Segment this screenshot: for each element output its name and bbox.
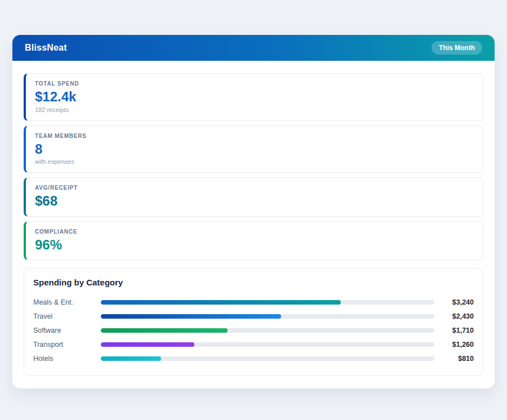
- category-rows: Meals & Ent. $3,240 Travel $2,430 Softwa…: [33, 295, 474, 365]
- stat-label: AVG/RECEIPT: [35, 185, 474, 191]
- category-bar-track: [101, 314, 434, 319]
- section-title: Spending by Category: [33, 278, 474, 287]
- stat-card: AVG/RECEIPT $68: [24, 177, 483, 217]
- category-bar-fill: [101, 300, 341, 305]
- dashboard-card: BlissNeat This Month TOTAL SPEND $12.4k …: [12, 35, 495, 388]
- period-badge[interactable]: This Month: [432, 41, 482, 55]
- category-row: Meals & Ent. $3,240: [33, 295, 474, 309]
- category-label: Software: [33, 327, 101, 334]
- category-row: Software $1,710: [33, 323, 474, 337]
- category-bar-track: [101, 342, 434, 347]
- stat-label: COMPLIANCE: [35, 229, 474, 235]
- stat-subtext: with expenses: [35, 158, 474, 165]
- category-row: Travel $2,430: [33, 309, 474, 323]
- category-bar-fill: [101, 328, 228, 333]
- category-bar-fill: [101, 342, 194, 347]
- app-header: BlissNeat This Month: [12, 35, 495, 61]
- category-bar-track: [101, 300, 434, 305]
- content-area: TOTAL SPEND $12.4k 182 receipts TEAM MEM…: [12, 61, 495, 388]
- stats-list: TOTAL SPEND $12.4k 182 receipts TEAM MEM…: [24, 73, 483, 260]
- category-label: Travel: [33, 312, 101, 320]
- category-bar-track: [101, 328, 434, 333]
- category-bar-fill: [101, 314, 281, 319]
- stat-label: TOTAL SPEND: [35, 81, 474, 87]
- category-bar-track: [101, 356, 434, 361]
- app-title: BlissNeat: [25, 43, 67, 53]
- stat-value: $68: [35, 193, 474, 209]
- category-value: $2,430: [434, 312, 474, 320]
- spending-section: Spending by Category Meals & Ent. $3,240…: [24, 268, 483, 376]
- category-label: Transport: [33, 341, 101, 348]
- stat-value: $12.4k: [35, 89, 474, 105]
- stat-subtext: 182 receipts: [35, 106, 474, 113]
- category-row: Hotels $810: [33, 351, 474, 365]
- stat-label: TEAM MEMBERS: [35, 133, 474, 139]
- category-value: $810: [434, 355, 474, 363]
- category-value: $3,240: [434, 298, 474, 306]
- category-row: Transport $1,260: [33, 337, 474, 351]
- stat-card: COMPLIANCE 96%: [24, 221, 483, 261]
- stat-card: TEAM MEMBERS 8 with expenses: [24, 126, 483, 173]
- category-value: $1,260: [434, 341, 474, 348]
- stat-value: 8: [35, 141, 474, 157]
- category-value: $1,710: [434, 327, 474, 334]
- stat-card: TOTAL SPEND $12.4k 182 receipts: [24, 73, 483, 121]
- stat-value: 96%: [35, 237, 474, 253]
- category-label: Meals & Ent.: [33, 298, 101, 306]
- category-label: Hotels: [33, 355, 101, 363]
- category-bar-fill: [101, 356, 161, 361]
